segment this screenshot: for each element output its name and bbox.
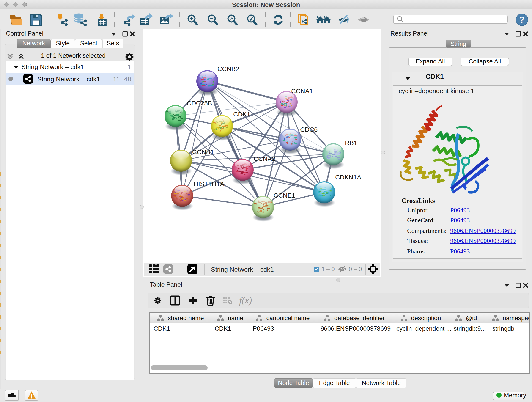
svg-text:f(x): f(x) (239, 295, 252, 306)
svg-text:?: ? (519, 15, 525, 25)
svg-text:CCNA1: CCNA1 (291, 88, 313, 95)
svg-text:0 – 0: 0 – 0 (349, 266, 362, 273)
svg-text:1 – 0: 1 – 0 (322, 266, 335, 273)
svg-text:CDC6: CDC6 (300, 126, 317, 133)
svg-text:CCNE1: CCNE1 (273, 192, 295, 199)
svg-text:String Network – cdk1: String Network – cdk1 (211, 266, 274, 273)
svg-text:CCNB1: CCNB1 (192, 148, 214, 156)
svg-text:CCNB2: CCNB2 (217, 65, 239, 72)
svg-text:RB1: RB1 (345, 139, 357, 147)
svg-text:CDKN1A: CDKN1A (335, 174, 361, 181)
svg-text:CDC25B: CDC25B (187, 100, 212, 107)
svg-text:HIST1H1A: HIST1H1A (194, 180, 224, 187)
svg-text:CCNA2: CCNA2 (254, 155, 275, 162)
svg-text:CDK1: CDK1 (233, 111, 250, 118)
